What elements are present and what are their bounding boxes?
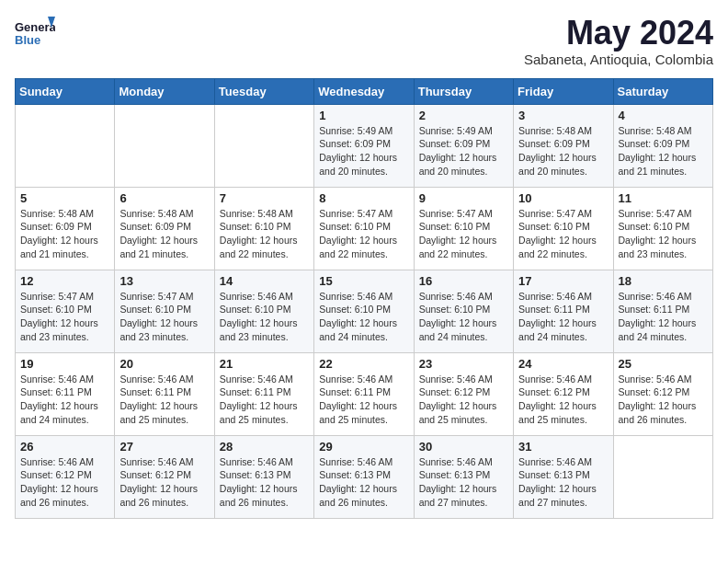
day-number: 17 — [518, 274, 608, 288]
day-number: 14 — [220, 274, 309, 288]
day-number: 22 — [319, 357, 408, 371]
calendar-cell: 26Sunrise: 5:46 AMSunset: 6:12 PMDayligh… — [16, 435, 115, 518]
calendar-cell: 14Sunrise: 5:46 AMSunset: 6:10 PMDayligh… — [214, 270, 313, 352]
day-info: Sunrise: 5:46 AMSunset: 6:11 PMDaylight:… — [220, 373, 309, 427]
day-number: 24 — [518, 357, 608, 371]
day-number: 8 — [319, 191, 408, 205]
weekday-header: Saturday — [613, 78, 712, 104]
weekday-header: Monday — [115, 78, 214, 104]
day-info: Sunrise: 5:48 AMSunset: 6:09 PMDaylight:… — [619, 124, 708, 178]
calendar-cell: 2Sunrise: 5:49 AMSunset: 6:09 PMDaylight… — [414, 104, 513, 187]
day-info: Sunrise: 5:48 AMSunset: 6:09 PMDaylight:… — [20, 207, 109, 261]
day-info: Sunrise: 5:46 AMSunset: 6:11 PMDaylight:… — [619, 290, 708, 344]
day-number: 1 — [319, 109, 408, 122]
day-number: 23 — [419, 357, 508, 371]
calendar-week: 1Sunrise: 5:49 AMSunset: 6:09 PMDaylight… — [16, 104, 713, 187]
day-info: Sunrise: 5:46 AMSunset: 6:12 PMDaylight:… — [619, 373, 708, 427]
calendar-cell: 12Sunrise: 5:47 AMSunset: 6:10 PMDayligh… — [16, 270, 115, 352]
day-info: Sunrise: 5:46 AMSunset: 6:12 PMDaylight:… — [419, 373, 508, 427]
day-info: Sunrise: 5:46 AMSunset: 6:11 PMDaylight:… — [20, 373, 109, 427]
calendar-cell: 4Sunrise: 5:48 AMSunset: 6:09 PMDaylight… — [613, 104, 712, 187]
calendar-cell: 16Sunrise: 5:46 AMSunset: 6:10 PMDayligh… — [414, 270, 513, 352]
logo-icon: General Blue — [15, 15, 55, 55]
calendar-header: SundayMondayTuesdayWednesdayThursdayFrid… — [16, 78, 713, 104]
calendar-cell: 11Sunrise: 5:47 AMSunset: 6:10 PMDayligh… — [613, 187, 712, 270]
day-number: 3 — [518, 109, 608, 122]
day-info: Sunrise: 5:48 AMSunset: 6:09 PMDaylight:… — [119, 207, 209, 261]
day-info: Sunrise: 5:46 AMSunset: 6:10 PMDaylight:… — [319, 290, 408, 344]
calendar-cell: 21Sunrise: 5:46 AMSunset: 6:11 PMDayligh… — [214, 352, 313, 435]
weekday-header: Wednesday — [314, 78, 414, 104]
calendar-cell — [16, 104, 115, 187]
svg-text:General: General — [15, 20, 55, 34]
calendar-cell — [115, 104, 214, 187]
day-number: 31 — [518, 440, 608, 454]
day-info: Sunrise: 5:48 AMSunset: 6:10 PMDaylight:… — [220, 207, 309, 261]
calendar-cell: 23Sunrise: 5:46 AMSunset: 6:12 PMDayligh… — [414, 352, 513, 435]
day-info: Sunrise: 5:46 AMSunset: 6:12 PMDaylight:… — [20, 455, 109, 510]
day-number: 15 — [319, 274, 408, 288]
day-info: Sunrise: 5:46 AMSunset: 6:11 PMDaylight:… — [119, 373, 209, 427]
day-info: Sunrise: 5:46 AMSunset: 6:13 PMDaylight:… — [220, 455, 309, 510]
day-number: 20 — [119, 357, 209, 371]
day-info: Sunrise: 5:47 AMSunset: 6:10 PMDaylight:… — [518, 207, 608, 261]
weekday-header: Friday — [514, 78, 613, 104]
weekday-header: Sunday — [16, 78, 115, 104]
calendar-cell: 5Sunrise: 5:48 AMSunset: 6:09 PMDaylight… — [16, 187, 115, 270]
day-info: Sunrise: 5:47 AMSunset: 6:10 PMDaylight:… — [119, 290, 209, 344]
calendar-cell: 27Sunrise: 5:46 AMSunset: 6:12 PMDayligh… — [115, 435, 214, 518]
day-number: 9 — [419, 191, 508, 205]
calendar-cell: 31Sunrise: 5:46 AMSunset: 6:13 PMDayligh… — [514, 435, 613, 518]
calendar-table: SundayMondayTuesdayWednesdayThursdayFrid… — [15, 78, 713, 519]
day-info: Sunrise: 5:46 AMSunset: 6:12 PMDaylight:… — [119, 455, 209, 510]
day-info: Sunrise: 5:49 AMSunset: 6:09 PMDaylight:… — [419, 124, 508, 178]
calendar-cell: 24Sunrise: 5:46 AMSunset: 6:12 PMDayligh… — [514, 352, 613, 435]
day-number: 2 — [419, 109, 508, 122]
calendar-cell: 25Sunrise: 5:46 AMSunset: 6:12 PMDayligh… — [613, 352, 712, 435]
calendar-cell: 29Sunrise: 5:46 AMSunset: 6:13 PMDayligh… — [314, 435, 414, 518]
day-number: 18 — [619, 274, 708, 288]
location: Sabaneta, Antioquia, Colombia — [524, 52, 713, 67]
day-info: Sunrise: 5:47 AMSunset: 6:10 PMDaylight:… — [319, 207, 408, 261]
calendar-cell: 17Sunrise: 5:46 AMSunset: 6:11 PMDayligh… — [514, 270, 613, 352]
calendar-cell: 19Sunrise: 5:46 AMSunset: 6:11 PMDayligh… — [16, 352, 115, 435]
day-info: Sunrise: 5:49 AMSunset: 6:09 PMDaylight:… — [319, 124, 408, 178]
day-number: 28 — [220, 440, 309, 454]
calendar-cell: 15Sunrise: 5:46 AMSunset: 6:10 PMDayligh… — [314, 270, 414, 352]
calendar-week: 12Sunrise: 5:47 AMSunset: 6:10 PMDayligh… — [16, 270, 713, 352]
day-number: 5 — [20, 191, 109, 205]
calendar-week: 19Sunrise: 5:46 AMSunset: 6:11 PMDayligh… — [16, 352, 713, 435]
weekday-header: Thursday — [414, 78, 513, 104]
calendar-cell: 9Sunrise: 5:47 AMSunset: 6:10 PMDaylight… — [414, 187, 513, 270]
day-number: 26 — [20, 440, 109, 454]
svg-text:Blue: Blue — [15, 33, 40, 47]
month-title: May 2024 — [524, 15, 713, 52]
calendar-cell: 30Sunrise: 5:46 AMSunset: 6:13 PMDayligh… — [414, 435, 513, 518]
day-number: 25 — [619, 357, 708, 371]
day-number: 19 — [20, 357, 109, 371]
day-number: 21 — [220, 357, 309, 371]
day-number: 7 — [220, 191, 309, 205]
page-header: General Blue May 2024 Sabaneta, Antioqui… — [15, 15, 713, 67]
calendar-cell: 7Sunrise: 5:48 AMSunset: 6:10 PMDaylight… — [214, 187, 313, 270]
day-info: Sunrise: 5:46 AMSunset: 6:13 PMDaylight:… — [518, 455, 608, 510]
calendar-cell: 20Sunrise: 5:46 AMSunset: 6:11 PMDayligh… — [115, 352, 214, 435]
day-info: Sunrise: 5:46 AMSunset: 6:11 PMDaylight:… — [518, 290, 608, 344]
day-info: Sunrise: 5:47 AMSunset: 6:10 PMDaylight:… — [619, 207, 708, 261]
calendar-cell: 28Sunrise: 5:46 AMSunset: 6:13 PMDayligh… — [214, 435, 313, 518]
calendar-cell: 3Sunrise: 5:48 AMSunset: 6:09 PMDaylight… — [514, 104, 613, 187]
day-number: 30 — [419, 440, 508, 454]
day-info: Sunrise: 5:46 AMSunset: 6:10 PMDaylight:… — [419, 290, 508, 344]
day-number: 10 — [518, 191, 608, 205]
day-number: 27 — [119, 440, 209, 454]
day-info: Sunrise: 5:46 AMSunset: 6:13 PMDaylight:… — [419, 455, 508, 510]
day-number: 29 — [319, 440, 408, 454]
calendar-cell: 1Sunrise: 5:49 AMSunset: 6:09 PMDaylight… — [314, 104, 414, 187]
day-info: Sunrise: 5:48 AMSunset: 6:09 PMDaylight:… — [518, 124, 608, 178]
calendar-cell: 6Sunrise: 5:48 AMSunset: 6:09 PMDaylight… — [115, 187, 214, 270]
logo: General Blue — [15, 15, 55, 55]
calendar-cell: 13Sunrise: 5:47 AMSunset: 6:10 PMDayligh… — [115, 270, 214, 352]
title-block: May 2024 Sabaneta, Antioquia, Colombia — [524, 15, 713, 67]
calendar-cell: 18Sunrise: 5:46 AMSunset: 6:11 PMDayligh… — [613, 270, 712, 352]
weekday-header: Tuesday — [214, 78, 313, 104]
